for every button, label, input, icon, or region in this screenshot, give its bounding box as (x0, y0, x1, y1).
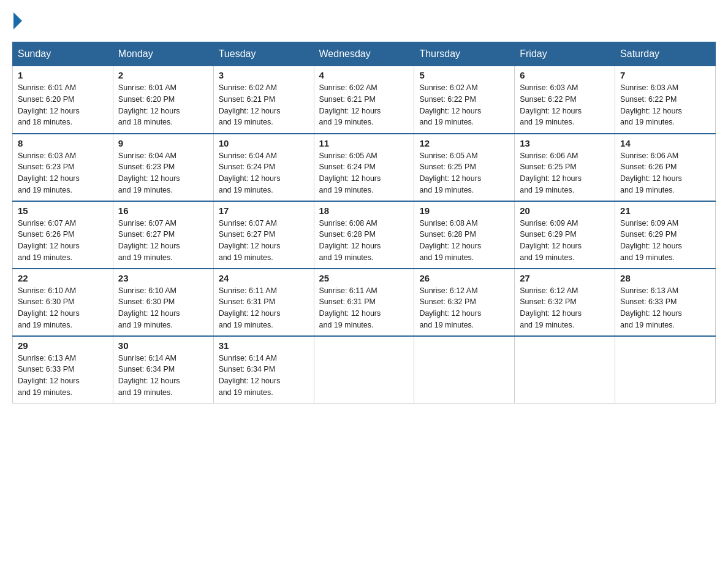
calendar-table: SundayMondayTuesdayWednesdayThursdayFrid… (12, 42, 716, 404)
calendar-cell: 4Sunrise: 6:02 AMSunset: 6:21 PMDaylight… (314, 66, 414, 134)
calendar-header-monday: Monday (113, 42, 213, 66)
calendar-cell: 5Sunrise: 6:02 AMSunset: 6:22 PMDaylight… (414, 66, 515, 134)
calendar-header-saturday: Saturday (615, 42, 716, 66)
calendar-cell: 1Sunrise: 6:01 AMSunset: 6:20 PMDaylight… (13, 66, 113, 134)
calendar-cell: 13Sunrise: 6:06 AMSunset: 6:25 PMDayligh… (515, 134, 615, 201)
day-info: Sunrise: 6:09 AMSunset: 6:29 PMDaylight:… (520, 218, 610, 264)
calendar-header-thursday: Thursday (414, 42, 515, 66)
calendar-header-tuesday: Tuesday (213, 42, 314, 66)
day-info: Sunrise: 6:05 AMSunset: 6:24 PMDaylight:… (319, 150, 409, 196)
day-number: 10 (219, 138, 309, 148)
day-info: Sunrise: 6:08 AMSunset: 6:28 PMDaylight:… (419, 218, 509, 264)
day-number: 2 (118, 70, 208, 80)
day-number: 23 (118, 273, 208, 283)
calendar-cell: 12Sunrise: 6:05 AMSunset: 6:25 PMDayligh… (414, 134, 515, 201)
page-header (12, 12, 716, 29)
calendar-cell: 25Sunrise: 6:11 AMSunset: 6:31 PMDayligh… (314, 269, 414, 336)
calendar-week-row: 22Sunrise: 6:10 AMSunset: 6:30 PMDayligh… (13, 269, 716, 336)
day-info: Sunrise: 6:02 AMSunset: 6:21 PMDaylight:… (219, 82, 309, 128)
calendar-cell (414, 336, 515, 404)
day-number: 26 (419, 273, 509, 283)
day-info: Sunrise: 6:07 AMSunset: 6:27 PMDaylight:… (219, 218, 309, 264)
day-info: Sunrise: 6:03 AMSunset: 6:22 PMDaylight:… (620, 82, 710, 128)
day-info: Sunrise: 6:11 AMSunset: 6:31 PMDaylight:… (319, 285, 409, 331)
day-number: 25 (319, 273, 409, 283)
day-number: 15 (18, 205, 108, 216)
day-info: Sunrise: 6:10 AMSunset: 6:30 PMDaylight:… (18, 285, 108, 331)
calendar-header-row: SundayMondayTuesdayWednesdayThursdayFrid… (13, 42, 716, 66)
calendar-cell: 15Sunrise: 6:07 AMSunset: 6:26 PMDayligh… (13, 201, 113, 269)
day-number: 12 (419, 138, 509, 148)
day-info: Sunrise: 6:01 AMSunset: 6:20 PMDaylight:… (118, 82, 208, 128)
day-number: 29 (18, 340, 108, 351)
day-info: Sunrise: 6:10 AMSunset: 6:30 PMDaylight:… (118, 285, 208, 331)
day-number: 19 (419, 205, 509, 216)
day-info: Sunrise: 6:02 AMSunset: 6:21 PMDaylight:… (319, 82, 409, 128)
day-number: 20 (520, 205, 610, 216)
day-number: 17 (219, 205, 309, 216)
day-info: Sunrise: 6:08 AMSunset: 6:28 PMDaylight:… (319, 218, 409, 264)
day-number: 16 (118, 205, 208, 216)
calendar-cell: 8Sunrise: 6:03 AMSunset: 6:23 PMDaylight… (13, 134, 113, 201)
day-number: 8 (18, 138, 108, 148)
calendar-cell: 3Sunrise: 6:02 AMSunset: 6:21 PMDaylight… (213, 66, 314, 134)
calendar-cell: 27Sunrise: 6:12 AMSunset: 6:32 PMDayligh… (515, 269, 615, 336)
calendar-cell: 14Sunrise: 6:06 AMSunset: 6:26 PMDayligh… (615, 134, 716, 201)
day-info: Sunrise: 6:13 AMSunset: 6:33 PMDaylight:… (18, 353, 108, 399)
day-number: 22 (18, 273, 108, 283)
day-info: Sunrise: 6:06 AMSunset: 6:25 PMDaylight:… (520, 150, 610, 196)
calendar-week-row: 1Sunrise: 6:01 AMSunset: 6:20 PMDaylight… (13, 66, 716, 134)
day-number: 31 (219, 340, 309, 351)
logo (12, 12, 23, 29)
calendar-cell: 21Sunrise: 6:09 AMSunset: 6:29 PMDayligh… (615, 201, 716, 269)
day-info: Sunrise: 6:07 AMSunset: 6:27 PMDaylight:… (118, 218, 208, 264)
day-number: 3 (219, 70, 309, 80)
day-number: 13 (520, 138, 610, 148)
day-info: Sunrise: 6:12 AMSunset: 6:32 PMDaylight:… (419, 285, 509, 331)
day-info: Sunrise: 6:14 AMSunset: 6:34 PMDaylight:… (219, 353, 309, 399)
day-info: Sunrise: 6:03 AMSunset: 6:22 PMDaylight:… (520, 82, 610, 128)
day-number: 24 (219, 273, 309, 283)
day-number: 6 (520, 70, 610, 80)
calendar-cell: 6Sunrise: 6:03 AMSunset: 6:22 PMDaylight… (515, 66, 615, 134)
calendar-cell: 9Sunrise: 6:04 AMSunset: 6:23 PMDaylight… (113, 134, 213, 201)
day-number: 28 (620, 273, 710, 283)
day-number: 5 (419, 70, 509, 80)
day-number: 21 (620, 205, 710, 216)
day-number: 1 (18, 70, 108, 80)
day-info: Sunrise: 6:01 AMSunset: 6:20 PMDaylight:… (18, 82, 108, 128)
day-info: Sunrise: 6:07 AMSunset: 6:26 PMDaylight:… (18, 218, 108, 264)
day-number: 27 (520, 273, 610, 283)
calendar-cell: 11Sunrise: 6:05 AMSunset: 6:24 PMDayligh… (314, 134, 414, 201)
calendar-cell: 20Sunrise: 6:09 AMSunset: 6:29 PMDayligh… (515, 201, 615, 269)
calendar-cell: 2Sunrise: 6:01 AMSunset: 6:20 PMDaylight… (113, 66, 213, 134)
calendar-cell: 22Sunrise: 6:10 AMSunset: 6:30 PMDayligh… (13, 269, 113, 336)
day-info: Sunrise: 6:02 AMSunset: 6:22 PMDaylight:… (419, 82, 509, 128)
calendar-cell: 24Sunrise: 6:11 AMSunset: 6:31 PMDayligh… (213, 269, 314, 336)
calendar-week-row: 15Sunrise: 6:07 AMSunset: 6:26 PMDayligh… (13, 201, 716, 269)
day-info: Sunrise: 6:04 AMSunset: 6:23 PMDaylight:… (118, 150, 208, 196)
calendar-week-row: 8Sunrise: 6:03 AMSunset: 6:23 PMDaylight… (13, 134, 716, 201)
calendar-cell: 10Sunrise: 6:04 AMSunset: 6:24 PMDayligh… (213, 134, 314, 201)
day-info: Sunrise: 6:11 AMSunset: 6:31 PMDaylight:… (219, 285, 309, 331)
calendar-cell: 26Sunrise: 6:12 AMSunset: 6:32 PMDayligh… (414, 269, 515, 336)
calendar-cell (314, 336, 414, 404)
calendar-cell: 7Sunrise: 6:03 AMSunset: 6:22 PMDaylight… (615, 66, 716, 134)
calendar-header-wednesday: Wednesday (314, 42, 414, 66)
logo-triangle-icon (13, 12, 22, 29)
day-info: Sunrise: 6:04 AMSunset: 6:24 PMDaylight:… (219, 150, 309, 196)
calendar-header-sunday: Sunday (13, 42, 113, 66)
day-info: Sunrise: 6:03 AMSunset: 6:23 PMDaylight:… (18, 150, 108, 196)
calendar-header-friday: Friday (515, 42, 615, 66)
day-info: Sunrise: 6:12 AMSunset: 6:32 PMDaylight:… (520, 285, 610, 331)
day-number: 9 (118, 138, 208, 148)
calendar-cell: 28Sunrise: 6:13 AMSunset: 6:33 PMDayligh… (615, 269, 716, 336)
day-number: 7 (620, 70, 710, 80)
day-number: 18 (319, 205, 409, 216)
day-info: Sunrise: 6:13 AMSunset: 6:33 PMDaylight:… (620, 285, 710, 331)
calendar-cell: 23Sunrise: 6:10 AMSunset: 6:30 PMDayligh… (113, 269, 213, 336)
calendar-week-row: 29Sunrise: 6:13 AMSunset: 6:33 PMDayligh… (13, 336, 716, 404)
day-info: Sunrise: 6:05 AMSunset: 6:25 PMDaylight:… (419, 150, 509, 196)
calendar-cell: 16Sunrise: 6:07 AMSunset: 6:27 PMDayligh… (113, 201, 213, 269)
day-info: Sunrise: 6:14 AMSunset: 6:34 PMDaylight:… (118, 353, 208, 399)
